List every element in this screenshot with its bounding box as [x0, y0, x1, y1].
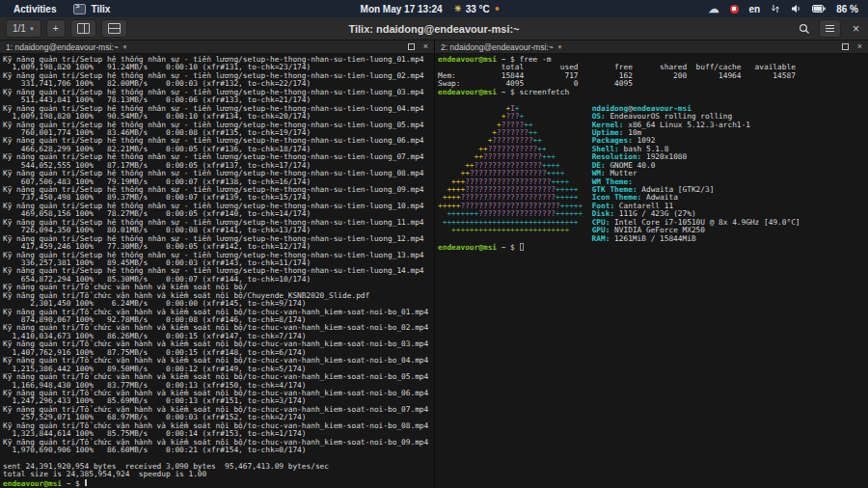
- cloud-sync-icon[interactable]: ☁: [709, 4, 719, 14]
- tilix-app-icon: [73, 4, 86, 14]
- terminal-output-1[interactable]: Kỹ năng quản trị/Setup hệ thống nhân sự …: [0, 54, 434, 488]
- split-right-icon: [77, 23, 90, 34]
- terminal-line: endeavour@msi ~ $: [438, 243, 865, 251]
- activities-button[interactable]: Activities: [10, 4, 60, 14]
- window-title: Tilix: ndaidong@endeavour-msi:~: [0, 23, 868, 35]
- new-session-button[interactable]: +: [46, 19, 66, 38]
- pane-1-maximize-icon[interactable]: [408, 43, 415, 50]
- hamburger-icon: [826, 25, 834, 32]
- clock[interactable]: Mon May 17 13:24: [361, 4, 443, 14]
- plus-icon: +: [53, 23, 59, 34]
- pane-1-header[interactable]: 1: ndaidong@endeavour-msi:~ ▼ ×: [0, 41, 434, 54]
- pane-1-dropdown-icon[interactable]: ▼: [122, 44, 128, 50]
- session-counter: 1/1: [13, 23, 26, 34]
- terminal-pane-1: 1: ndaidong@endeavour-msi:~ ▼ × Kỹ năng …: [0, 41, 434, 488]
- tray-app-icon[interactable]: [730, 5, 739, 14]
- pane-2-dropdown-icon[interactable]: ▼: [557, 44, 563, 50]
- app-menu-label: Tilix: [91, 4, 110, 14]
- notification-dot: [496, 7, 500, 11]
- split-down-button[interactable]: [101, 19, 127, 38]
- keyboard-layout-indicator[interactable]: en: [749, 4, 761, 14]
- session-switcher-dropdown[interactable]: 1/1 ▼: [6, 19, 41, 38]
- pane-2-title: 2: ndaidong@endeavour-msi:~: [441, 42, 554, 52]
- chevron-down-icon: ▼: [29, 26, 35, 32]
- network-icon[interactable]: [771, 4, 780, 14]
- terminal-line: endeavour@msi ~ $: [3, 479, 431, 487]
- app-menu[interactable]: Tilix: [73, 4, 110, 14]
- weather-indicator[interactable]: ☀ 33 °C: [454, 4, 500, 14]
- terminal-cursor: [85, 479, 87, 487]
- pane-2-header[interactable]: 2: ndaidong@endeavour-msi:~ ▼ ×: [435, 41, 868, 54]
- pane-1-close-icon[interactable]: ×: [423, 42, 428, 51]
- weather-temp: 33 °C: [466, 4, 490, 14]
- gnome-top-bar: Activities Tilix Mon May 17 13:24 ☀ 33 °…: [0, 0, 868, 17]
- terminal-line: endeavour@msi ~ $ screenfetch: [438, 89, 865, 96]
- terminal-pane-2: 2: ndaidong@endeavour-msi:~ ▼ × endeavou…: [434, 41, 868, 488]
- volume-icon[interactable]: [791, 4, 801, 14]
- pane-2-close-icon[interactable]: ×: [857, 42, 862, 51]
- sun-icon: ☀: [454, 4, 462, 14]
- tilix-headerbar: Tilix: ndaidong@endeavour-msi:~ 1/1 ▼ + …: [0, 17, 868, 41]
- terminal-line: 1,970,690,906 100% 86.60MB/s 0:00:21 (xf…: [3, 447, 431, 454]
- pane-2-maximize-icon[interactable]: [842, 43, 849, 50]
- search-icon[interactable]: [799, 23, 810, 35]
- terminal-cursor: [520, 243, 525, 251]
- battery-percentage: 86 %: [836, 4, 858, 14]
- terminal-output-2[interactable]: endeavour@msi ~ $ free -m total used fre…: [435, 54, 868, 488]
- battery-icon[interactable]: [812, 5, 826, 13]
- close-window-button[interactable]: ×: [850, 22, 862, 36]
- split-right-button[interactable]: [70, 19, 96, 38]
- split-down-icon: [108, 23, 121, 34]
- menu-button[interactable]: [819, 19, 841, 38]
- tilix-window: Tilix: ndaidong@endeavour-msi:~ 1/1 ▼ + …: [0, 17, 868, 488]
- pane-1-title: 1: ndaidong@endeavour-msi:~: [6, 42, 119, 52]
